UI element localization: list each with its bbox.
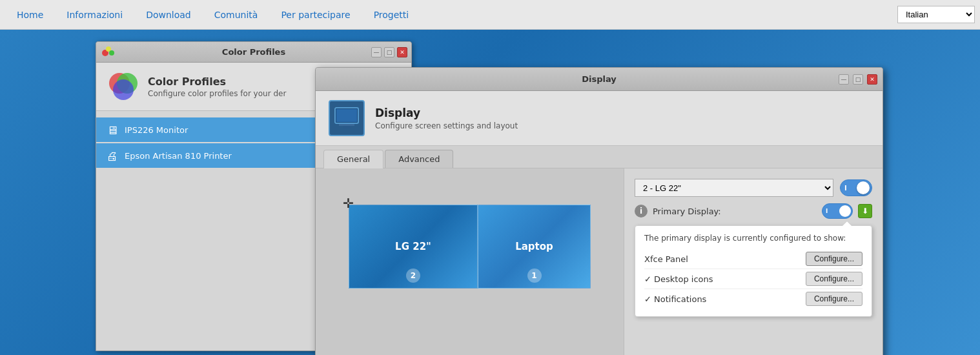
configure-name-desktop: Desktop icons [644, 274, 713, 284]
laptop-monitor-number: 1 [527, 269, 542, 283]
configure-name-xfce: Xfce Panel [644, 254, 688, 264]
display-minimize-button[interactable]: — [839, 74, 849, 85]
nav-item-home[interactable]: Home [5, 0, 55, 29]
color-profiles-window-controls: — □ ✕ [371, 47, 407, 57]
display-window: Display — □ ✕ Display Configure screen s… [315, 67, 883, 355]
monitor-icon: 🖥 [107, 123, 118, 137]
nav-item-per-partecipare[interactable]: Per partecipare [269, 0, 362, 29]
color-profiles-logo-icon [107, 70, 139, 103]
color-profiles-text: Color Profiles Configure color profiles … [148, 76, 286, 98]
display-content: ✛ LG 22" 2 Laptop 1 2 - LG 22" 1 - [316, 168, 883, 355]
tab-advanced[interactable]: Advanced [385, 150, 453, 168]
printer-icon: 🖨 [107, 149, 118, 163]
minimize-button[interactable]: — [371, 47, 382, 57]
monitor-lg-box[interactable]: ✛ LG 22" 2 [349, 205, 478, 289]
display-header: Display Configure screen settings and la… [316, 91, 883, 146]
tooltip-arrow [842, 221, 852, 226]
tooltip-box: The primary display is currently configu… [635, 225, 872, 317]
display-monitor-icon [334, 107, 360, 130]
display-maximize-button[interactable]: □ [853, 74, 863, 85]
display-subtitle: Configure screen settings and layout [375, 121, 518, 130]
nav-item-progetti[interactable]: Progetti [362, 0, 421, 29]
configure-name-notifications: Notifications [644, 294, 706, 304]
display-toggle[interactable]: I [840, 179, 872, 196]
info-icon: i [635, 205, 648, 218]
display-toggle-thumb [857, 181, 870, 194]
svg-rect-7 [339, 124, 354, 126]
display-toggle-label: I [844, 185, 847, 192]
primary-toggle[interactable]: I [822, 203, 853, 219]
maximize-button[interactable]: □ [384, 47, 394, 57]
color-profiles-subtitle: Configure color profiles for your der [148, 89, 286, 98]
nav-item-informazioni[interactable]: Informazioni [55, 0, 134, 29]
configure-btn-xfce[interactable]: Configure... [806, 252, 863, 266]
monitor-laptop-box[interactable]: Laptop 1 [478, 205, 591, 289]
primary-display-label: Primary Display: [653, 207, 817, 216]
color-profiles-titlebar: Color Profiles — □ ✕ [96, 42, 411, 63]
display-main-title: Display [375, 107, 518, 119]
configure-btn-notifications[interactable]: Configure... [806, 292, 863, 306]
svg-point-2 [109, 50, 114, 56]
color-profiles-window-title: Color Profiles [222, 47, 285, 57]
primary-display-row: i Primary Display: I ⬇ [635, 203, 872, 219]
lg-monitor-number: 2 [406, 269, 420, 283]
display-titlebar: Display — □ ✕ [316, 68, 883, 91]
configure-btn-desktop[interactable]: Configure... [806, 272, 863, 286]
language-select[interactable]: Italian English [897, 6, 975, 23]
display-select[interactable]: 2 - LG 22" 1 - Laptop [635, 179, 833, 197]
configure-row-notifications: Notifications Configure... [644, 289, 863, 309]
display-select-row: 2 - LG 22" 1 - Laptop I [635, 179, 872, 197]
display-window-title: Display [582, 74, 617, 84]
display-close-button[interactable]: ✕ [867, 74, 877, 85]
move-cursor-icon: ✛ [343, 196, 354, 211]
display-header-text: Display Configure screen settings and la… [375, 107, 518, 130]
monitors-container: ✛ LG 22" 2 Laptop 1 [349, 205, 591, 289]
top-nav: Home Informazioni Download Comunità Per … [0, 0, 980, 30]
laptop-monitor-label: Laptop [515, 241, 553, 252]
tab-general[interactable]: General [323, 150, 383, 168]
primary-toggle-thumb [839, 205, 851, 217]
svg-rect-9 [336, 109, 357, 122]
display-window-controls: — □ ✕ [839, 74, 877, 85]
configure-row-xfce: Xfce Panel Configure... [644, 249, 863, 269]
nav-item-comunita[interactable]: Comunità [203, 0, 270, 29]
svg-point-5 [113, 79, 134, 100]
settings-panel: 2 - LG 22" 1 - Laptop I i Primary Displa… [624, 168, 883, 355]
traffic-light-icon [101, 46, 116, 60]
close-button[interactable]: ✕ [397, 47, 407, 57]
lg-monitor-label: LG 22" [395, 241, 431, 252]
tab-bar: General Advanced [316, 146, 883, 168]
main-area: Color Profiles — □ ✕ Color Profiles Conf… [0, 30, 980, 355]
color-profiles-title: Color Profiles [148, 76, 286, 88]
primary-toggle-label: I [826, 208, 828, 214]
configure-row-desktop: Desktop icons Configure... [644, 269, 863, 289]
svg-rect-8 [343, 126, 351, 128]
display-icon-box [329, 100, 365, 136]
nav-item-download[interactable]: Download [134, 0, 203, 29]
tooltip-title: The primary display is currently configu… [644, 234, 863, 243]
monitor-preview: ✛ LG 22" 2 Laptop 1 [316, 168, 624, 355]
primary-green-button[interactable]: ⬇ [858, 204, 872, 218]
tooltip-arrow-inner [842, 221, 852, 226]
